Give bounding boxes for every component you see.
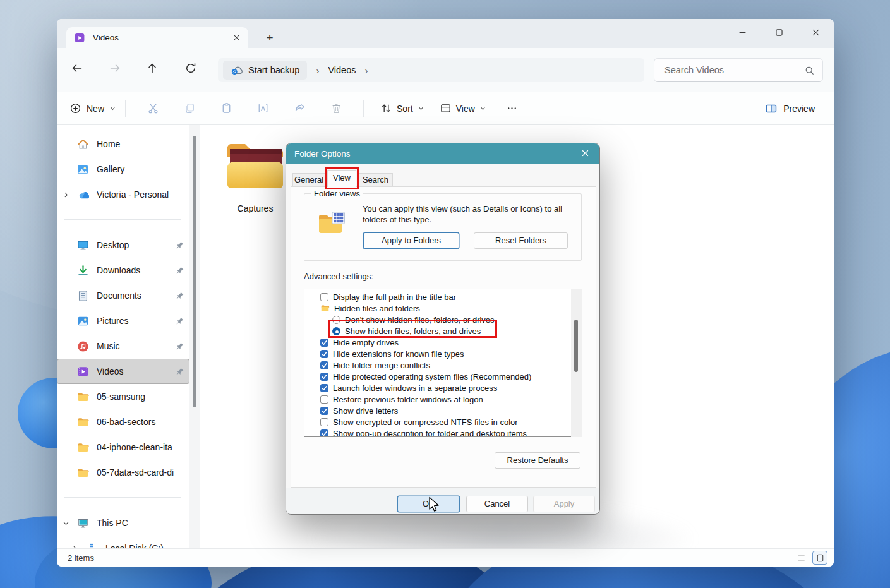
cancel-button[interactable]: Cancel xyxy=(466,496,528,512)
sort-button[interactable]: Sort xyxy=(380,102,424,114)
chevron-right-icon[interactable] xyxy=(71,544,86,548)
new-button-label: New xyxy=(87,104,104,114)
share-button[interactable] xyxy=(286,97,313,120)
checkbox-unchecked[interactable] xyxy=(320,293,328,301)
sidebar-scrollbar-thumb[interactable] xyxy=(193,136,196,407)
restore-defaults-button[interactable]: Restore Defaults xyxy=(495,452,580,469)
sidebar-item-videos[interactable]: Videos xyxy=(57,359,189,384)
checkbox-unchecked[interactable] xyxy=(320,418,328,426)
sidebar-item-documents[interactable]: Documents xyxy=(57,283,189,308)
sidebar-item-gallery[interactable]: Gallery xyxy=(57,157,189,182)
sidebar-scrollbar[interactable] xyxy=(189,125,200,548)
pin-icon xyxy=(175,367,184,376)
pin-icon xyxy=(175,342,184,351)
preview-toggle-button[interactable]: Preview xyxy=(765,102,815,115)
chevron-down-icon[interactable] xyxy=(62,519,77,527)
advanced-setting-hide-protected-operating-system-files-recommended[interactable]: Hide protected operating system files (R… xyxy=(304,371,581,382)
reset-folders-button[interactable]: Reset Folders xyxy=(474,232,568,249)
new-tab-button[interactable]: + xyxy=(263,32,277,45)
delete-button[interactable] xyxy=(322,97,350,120)
checkbox-unchecked[interactable] xyxy=(320,395,328,404)
chevron-right-icon[interactable] xyxy=(62,190,77,199)
minimize-button[interactable] xyxy=(724,19,761,45)
sidebar-item-downloads[interactable]: Downloads xyxy=(57,258,189,283)
advanced-list-scrollbar-thumb[interactable] xyxy=(574,320,578,372)
up-button[interactable] xyxy=(146,62,162,78)
checkbox-checked[interactable] xyxy=(320,384,328,392)
checkbox-checked[interactable] xyxy=(320,339,328,347)
sidebar-item-label: Documents xyxy=(97,291,175,301)
sidebar-item-home[interactable]: Home xyxy=(57,131,189,157)
close-button[interactable] xyxy=(797,19,834,45)
refresh-button[interactable] xyxy=(184,62,201,78)
large-icons-view-button[interactable] xyxy=(812,551,827,565)
view-button[interactable]: View xyxy=(440,102,486,114)
view-layout-icon xyxy=(440,102,452,114)
home-icon xyxy=(77,138,89,150)
advanced-settings-label: Advanced settings: xyxy=(304,272,373,281)
dialog-close-icon[interactable] xyxy=(581,149,591,159)
checkbox-checked[interactable] xyxy=(320,429,328,438)
address-bar[interactable]: Start backup › Videos › xyxy=(218,58,644,82)
sidebar-item-05-7data-sd-card-di[interactable]: 05-7data-sd-card-di xyxy=(57,460,189,485)
chevron-spacer xyxy=(62,165,77,174)
plus-circle-icon xyxy=(69,102,81,114)
chevron-right-icon: › xyxy=(365,65,368,76)
cut-button[interactable] xyxy=(139,97,167,120)
sidebar-item-pictures[interactable]: Pictures xyxy=(57,308,189,333)
advanced-setting-launch-folder-windows-in-a-separate-process[interactable]: Launch folder windows in a separate proc… xyxy=(304,382,581,393)
advanced-setting-show-drive-letters[interactable]: Show drive letters xyxy=(304,405,581,416)
forward-button[interactable] xyxy=(109,62,125,78)
checkbox-checked[interactable] xyxy=(320,407,328,415)
checkbox-checked[interactable] xyxy=(320,350,328,358)
sidebar-item-music[interactable]: Music xyxy=(57,333,189,359)
advanced-list-scrollbar[interactable] xyxy=(571,289,582,437)
advanced-setting-hide-extensions-for-known-file-types[interactable]: Hide extensions for known file types xyxy=(304,348,581,359)
paste-button[interactable] xyxy=(212,97,240,120)
advanced-setting-label: Restore previous folder windows at logon xyxy=(333,395,483,404)
folder-options-dialog: Folder Options GeneralViewSearch Folder … xyxy=(286,143,600,515)
sidebar-item-04-iphone-clean-ita[interactable]: 04-iphone-clean-ita xyxy=(57,435,189,460)
search-input[interactable]: Search Videos xyxy=(654,58,823,82)
sidebar-item-desktop[interactable]: Desktop xyxy=(57,232,189,258)
videos-icon xyxy=(74,32,85,44)
advanced-setting-hidden-files-and-folders[interactable]: Hidden files and folders xyxy=(304,303,581,314)
dialog-tab-search[interactable]: Search xyxy=(358,173,393,186)
chevron-spacer xyxy=(62,392,77,401)
folder-icon xyxy=(77,467,89,479)
advanced-setting-hide-empty-drives[interactable]: Hide empty drives xyxy=(304,337,581,348)
advanced-setting-display-the-full-path-in-the-title-bar[interactable]: Display the full path in the title bar xyxy=(304,291,581,303)
window-controls xyxy=(724,19,834,45)
chevron-down-icon xyxy=(418,105,424,112)
sidebar-item-local-disk-c[interactable]: Local Disk (C:) xyxy=(66,536,189,548)
copy-button[interactable] xyxy=(176,97,203,120)
checkbox-checked[interactable] xyxy=(320,361,328,369)
dialog-tab-general[interactable]: General xyxy=(292,173,325,186)
checkbox-checked[interactable] xyxy=(320,373,328,381)
sidebar-item-victoria-personal[interactable]: Victoria - Personal xyxy=(57,182,189,207)
advanced-setting-show-pop-up-description-for-folder-and-desktop-items[interactable]: Show pop-up description for folder and d… xyxy=(304,428,581,437)
rename-button[interactable] xyxy=(249,97,277,120)
advanced-setting-restore-previous-folder-windows-at-logon[interactable]: Restore previous folder windows at logon xyxy=(304,393,581,405)
new-button[interactable]: New xyxy=(69,102,116,114)
chevron-spacer xyxy=(62,443,77,452)
apply-to-folders-button[interactable]: Apply to Folders xyxy=(363,232,459,249)
maximize-button[interactable] xyxy=(761,19,797,45)
back-button[interactable] xyxy=(71,62,87,78)
sidebar-item-05-samsung[interactable]: 05-samsung xyxy=(57,384,189,409)
chevron-spacer xyxy=(62,342,77,351)
breadcrumb-current[interactable]: Videos xyxy=(328,65,356,75)
tab-videos[interactable]: Videos xyxy=(66,27,248,48)
sidebar-item-this-pc[interactable]: This PC xyxy=(57,510,189,536)
folder-item-captures[interactable]: Captures xyxy=(222,138,288,213)
dialog-titlebar[interactable]: Folder Options xyxy=(286,143,599,164)
advanced-setting-show-encrypted-or-compressed-ntfs-files-in-color[interactable]: Show encrypted or compressed NTFS files … xyxy=(304,416,581,428)
tab-close-icon[interactable] xyxy=(231,32,242,44)
more-options-button[interactable] xyxy=(498,97,526,120)
advanced-setting-hide-folder-merge-conflicts[interactable]: Hide folder merge conflicts xyxy=(304,359,581,371)
folder-views-groupbox: Folder views You can apply this view (su… xyxy=(304,193,582,261)
breadcrumb-start-backup[interactable]: Start backup xyxy=(223,61,307,80)
sidebar-item-06-bad-sectors[interactable]: 06-bad-sectors xyxy=(57,409,189,435)
details-view-button[interactable] xyxy=(793,551,809,565)
preview-pane-icon xyxy=(765,102,778,115)
